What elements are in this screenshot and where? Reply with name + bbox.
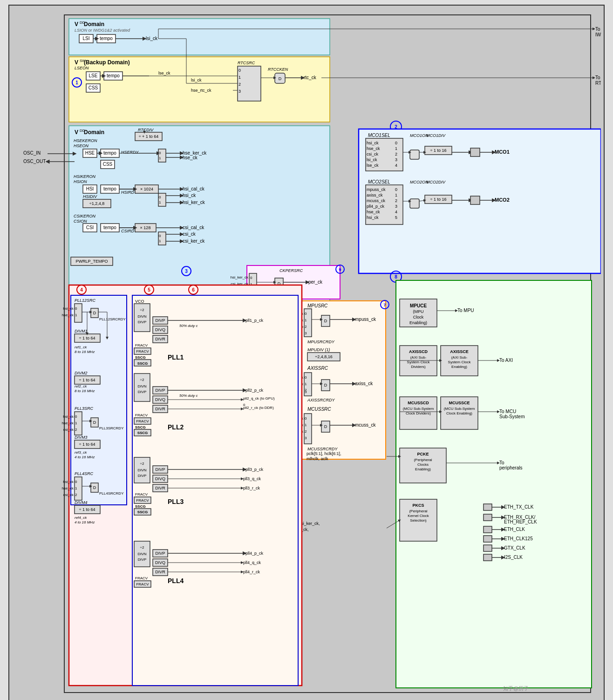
svg-text:mlhclk, aclk: mlhclk, aclk: [306, 456, 328, 461]
svg-text:0: 0: [159, 151, 161, 155]
svg-text:ref4_ck: ref4_ck: [75, 516, 87, 520]
svg-text:hsi_ck: hsi_ck: [63, 415, 74, 419]
svg-text:DIVR: DIVR: [155, 570, 165, 574]
svg-text:mpuss_ck: mpuss_ck: [367, 187, 386, 192]
svg-text:1: 1: [395, 193, 397, 197]
svg-text:hse_rtc_ck: hse_rtc_ck: [191, 88, 211, 93]
svg-text:1: 1: [159, 200, 161, 204]
svg-text:pll3_p_ck: pll3_p_ck: [245, 467, 264, 472]
svg-text:MPUSRC: MPUSRC: [307, 303, 328, 308]
svg-text:7: 7: [383, 303, 386, 307]
svg-text:SSCG: SSCG: [137, 431, 148, 435]
svg-text:50% duty c: 50% duty c: [179, 394, 198, 398]
svg-text:÷ 1 to 64: ÷ 1 to 64: [79, 336, 95, 340]
svg-text:PLL4: PLL4: [168, 577, 184, 584]
svg-text:÷2: ÷2: [140, 462, 144, 466]
svg-text:lse_ck: lse_ck: [367, 163, 379, 168]
svg-text:PCKE: PCKE: [417, 452, 429, 456]
svg-text:LSION or IWDG1&2 activated: LSION or IWDG1&2 activated: [75, 28, 130, 33]
svg-text:hse_ck: hse_ck: [62, 313, 74, 317]
svg-text:csi_ck: csi_ck: [367, 152, 379, 156]
svg-text:HSION: HSION: [74, 179, 87, 184]
svg-rect-143: [410, 150, 419, 159]
svg-text:hsi_ck: hsi_ck: [367, 141, 379, 145]
svg-text:4 to 16 MHz: 4 to 16 MHz: [75, 455, 95, 459]
svg-text:I2S_CLK: I2S_CLK: [504, 555, 523, 560]
svg-text:tempo: tempo: [103, 150, 116, 156]
svg-text:3: 3: [238, 89, 241, 94]
svg-text:Dividers): Dividers): [411, 365, 426, 369]
svg-text:Domain: Domain: [84, 21, 104, 27]
svg-text:MCO1ON: MCO1ON: [410, 133, 429, 138]
svg-text:DIVP: DIVP: [138, 390, 147, 394]
svg-text:Domain: Domain: [84, 129, 104, 136]
svg-text:HSI: HSI: [86, 186, 94, 191]
svg-text:÷2: ÷2: [140, 308, 144, 312]
svg-text:DIVM3: DIVM3: [75, 435, 88, 440]
svg-text:MCO1DIV: MCO1DIV: [426, 133, 446, 138]
svg-text:HSIDIV: HSIDIV: [83, 194, 97, 199]
svg-text:(Peripheral: (Peripheral: [409, 509, 427, 513]
svg-text:MPUCE: MPUCE: [410, 303, 427, 308]
svg-text:hse_ck: hse_ck: [183, 155, 198, 160]
svg-text:DIVM2: DIVM2: [75, 371, 88, 375]
svg-text:csi_ck: csi_ck: [63, 493, 74, 497]
svg-rect-31: [238, 66, 261, 101]
svg-text:÷1,2,4,8: ÷1,2,4,8: [89, 201, 104, 206]
svg-text:MPUDIV (1): MPUDIV (1): [307, 347, 330, 352]
svg-text:2: 2: [305, 325, 307, 329]
svg-text:MCO2: MCO2: [495, 197, 510, 203]
svg-text:DIVN: DIVN: [137, 468, 146, 472]
svg-text:2: 2: [75, 428, 77, 432]
svg-text:per_ck: per_ck: [308, 279, 323, 285]
svg-text:4: 4: [395, 163, 397, 168]
svg-rect-175: [470, 196, 480, 204]
svg-text:Enabling): Enabling): [415, 467, 431, 471]
svg-text:To: To: [499, 460, 504, 465]
svg-text:SSCG: SSCG: [137, 361, 148, 366]
svg-rect-307: [484, 536, 492, 542]
svg-rect-300: [484, 514, 492, 521]
svg-text:DIVR: DIVR: [155, 337, 165, 341]
svg-text:D: D: [324, 319, 327, 323]
svg-text:(MCU Sub-System: (MCU Sub-System: [403, 407, 434, 411]
svg-text:D: D: [324, 383, 327, 387]
svg-text:FRACV: FRACV: [135, 413, 148, 417]
svg-text:HSEON: HSEON: [74, 143, 89, 148]
svg-text:mcuss_ck: mcuss_ck: [367, 198, 386, 203]
svg-text:ETH_TX_CLK: ETH_TX_CLK: [504, 504, 534, 510]
svg-text:RTCDIV: RTCDIV: [138, 128, 154, 132]
svg-text:PLL2: PLL2: [168, 423, 184, 431]
svg-text:PLL12SRC: PLL12SRC: [75, 298, 96, 303]
svg-text:LSE: LSE: [89, 73, 98, 78]
svg-text:pll4_p_ck: pll4_p_ck: [367, 204, 385, 209]
svg-text:6: 6: [192, 287, 195, 292]
svg-text:hse_ck: hse_ck: [367, 210, 380, 214]
svg-text:PLL3SRCRDY: PLL3SRCRDY: [99, 426, 124, 430]
svg-text:4: 4: [395, 210, 397, 214]
svg-text:DIVM4: DIVM4: [75, 500, 88, 505]
svg-text:HSE: HSE: [85, 150, 95, 156]
svg-text:AXISSRCRDY: AXISSRCRDY: [307, 398, 335, 402]
svg-text:SSCG: SSCG: [135, 425, 146, 429]
svg-text:DIVQ: DIVQ: [155, 476, 165, 481]
svg-text:lsi_ck: lsi_ck: [367, 157, 377, 162]
rcc-diagram: RCC V DD Domain LSION or IWDG1&2 activat…: [14, 10, 601, 700]
svg-text:0: 0: [305, 416, 307, 421]
svg-text:CSI: CSI: [86, 225, 94, 230]
svg-text:csi_ck: csi_ck: [63, 428, 74, 432]
svg-text:DIVM1: DIVM1: [75, 329, 88, 333]
svg-text:0: 0: [305, 312, 307, 316]
svg-text:D: D: [93, 420, 96, 425]
svg-text:To AXI: To AXI: [499, 358, 513, 363]
svg-text:3: 3: [395, 204, 397, 209]
svg-text:3: 3: [305, 436, 307, 440]
svg-text:3: 3: [305, 390, 307, 394]
svg-text:DIVP: DIVP: [155, 318, 165, 323]
svg-text:lsi_ck: lsi_ck: [146, 36, 158, 41]
svg-text:× 1024: × 1024: [140, 187, 153, 191]
svg-text:(AXI Sub-: (AXI Sub-: [451, 355, 468, 360]
svg-text:PWRLP_TEMPO: PWRLP_TEMPO: [75, 259, 108, 264]
svg-text:SSCG: SSCG: [137, 510, 148, 514]
svg-text:RTC/AWU: RTC/AWU: [595, 81, 601, 86]
